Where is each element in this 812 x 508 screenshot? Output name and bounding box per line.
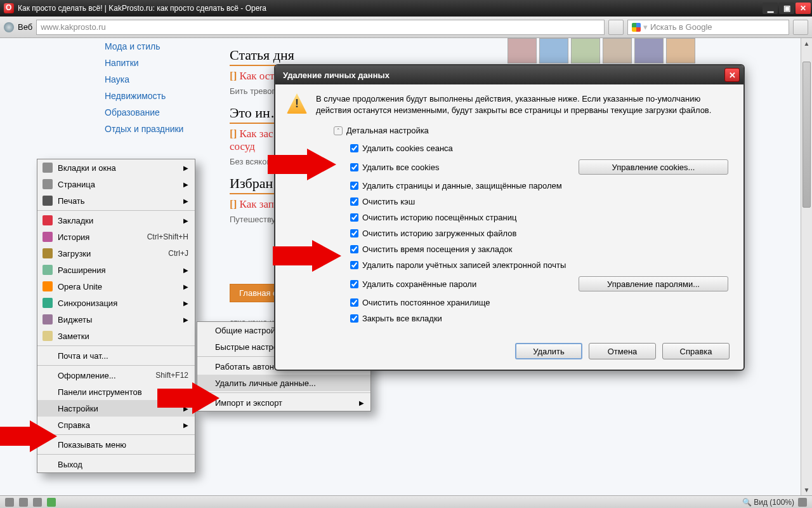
menu-item[interactable]: Показывать меню: [37, 436, 195, 453]
opera-main-menu[interactable]: Вкладки и окна▶Страница▶Печать▶Закладки▶…: [37, 159, 195, 473]
menu-item[interactable]: Почта и чат...: [37, 347, 195, 364]
option-label: Удалить cookies сеанса: [362, 144, 453, 153]
option-checkbox[interactable]: [350, 245, 358, 253]
statusbar-icon[interactable]: [33, 498, 42, 507]
option-label: Удалить пароли учётных записей электронн…: [362, 260, 566, 270]
statusbar-icon[interactable]: [5, 498, 14, 507]
category-link[interactable]: Наука: [98, 71, 225, 88]
option-checkbox[interactable]: [350, 182, 358, 190]
manage-button[interactable]: Управление паролями...: [579, 276, 728, 291]
delete-private-data-dialog: Удаление личных данных ✕ В случае продол…: [274, 64, 745, 371]
maximize-button[interactable]: ▣: [779, 3, 794, 14]
category-link[interactable]: Отдых и праздники: [98, 121, 225, 137]
option-label: Очистить кэш: [362, 197, 415, 206]
window-close-button[interactable]: ✕: [796, 3, 811, 14]
statusbar-icon[interactable]: [19, 498, 28, 507]
category-link[interactable]: Образование: [98, 104, 225, 121]
option-label: Очистить постоянное хранилище: [362, 298, 490, 307]
menu-item[interactable]: Синхронизация▶: [37, 295, 195, 311]
addressbar-dropdown[interactable]: [608, 20, 624, 35]
address-bar: Веб www.kakprosto.ru ▾ Искать в Google: [0, 17, 812, 38]
window-title: Как просто сделать всё! | KakProsto.ru: …: [18, 4, 759, 13]
url-input[interactable]: www.kakprosto.ru: [36, 20, 605, 35]
search-dropdown[interactable]: [793, 20, 808, 35]
dialog-close-button[interactable]: ✕: [724, 68, 740, 82]
dialog-option-row: Удалить cookies сеанса: [291, 140, 728, 156]
option-label: Удалить страницы и данные, защищённые па…: [362, 181, 562, 190]
menu-item[interactable]: Оформление...Shift+F12: [37, 367, 195, 384]
statusbar-icon[interactable]: [798, 498, 807, 507]
option-checkbox[interactable]: [350, 298, 358, 307]
option-label: Удалить сохранённые пароли: [362, 279, 476, 289]
dialog-option-row: Очистить историю посещённых страниц: [291, 210, 728, 225]
menu-item[interactable]: Страница▶: [37, 176, 195, 192]
dialog-titlebar: Удаление личных данных ✕: [275, 65, 743, 84]
window-titlebar: Как просто сделать всё! | KakProsto.ru: …: [0, 0, 812, 17]
delete-button[interactable]: Удалить: [515, 343, 582, 359]
dialog-option-row: Очистить постоянное хранилище: [291, 295, 728, 311]
option-label: Закрыть все вкладки: [362, 314, 442, 323]
chevron-up-icon: ˄: [334, 126, 343, 135]
dialog-option-row: Очистить время посещения у закладок: [291, 241, 728, 257]
option-checkbox[interactable]: [350, 314, 358, 323]
statusbar-icon[interactable]: [47, 498, 56, 507]
scroll-down-icon[interactable]: ▼: [801, 485, 812, 495]
submenu-item[interactable]: Импорт и экспорт▶: [197, 394, 370, 411]
menu-item[interactable]: Справка▶: [37, 417, 195, 433]
help-button[interactable]: Справка: [662, 343, 730, 359]
option-checkbox[interactable]: [350, 229, 358, 237]
category-link[interactable]: Мода и стиль: [98, 38, 225, 55]
option-label: Удалить все cookies: [362, 163, 439, 172]
menu-item[interactable]: Закладки▶: [37, 212, 195, 229]
cancel-button[interactable]: Отмена: [589, 343, 656, 359]
menu-item[interactable]: Заметки: [37, 328, 195, 344]
dialog-option-row: Удалить сохранённые паролиУправление пар…: [291, 273, 728, 295]
menu-item[interactable]: Печать▶: [37, 192, 195, 209]
option-checkbox[interactable]: [350, 280, 358, 288]
warning-icon: [287, 93, 307, 114]
dialog-option-row: Удалить пароли учётных записей электронн…: [291, 257, 728, 273]
option-label: Очистить время посещения у закладок: [362, 244, 512, 254]
address-label: Веб: [18, 22, 32, 32]
menu-item[interactable]: ЗагрузкиCtrl+J: [37, 245, 195, 262]
search-input[interactable]: ▾ Искать в Google: [627, 20, 789, 35]
vertical-scrollbar[interactable]: ▲ ▼: [801, 38, 812, 495]
submenu-item[interactable]: Удалить личные данные...: [197, 375, 370, 391]
option-checkbox[interactable]: [350, 163, 358, 171]
menu-item[interactable]: Панели инструментов▶: [37, 384, 195, 400]
option-checkbox[interactable]: [350, 261, 358, 269]
scroll-up-icon[interactable]: ▲: [801, 38, 812, 49]
minimize-button[interactable]: ▁: [763, 3, 778, 14]
dialog-option-row: Удалить все cookiesУправление cookies...: [291, 156, 728, 178]
menu-item[interactable]: Расширения▶: [37, 262, 195, 278]
dialog-warning-text: В случае продолжения будут выполнены дей…: [316, 93, 732, 116]
status-bar: 🔍 Вид (100%): [0, 495, 812, 508]
menu-item[interactable]: Настройки▶: [37, 400, 195, 417]
opera-icon: [4, 3, 14, 13]
dialog-option-row: Удалить страницы и данные, защищённые па…: [291, 178, 728, 194]
option-label: Очистить историю загруженных файлов: [362, 229, 516, 238]
menu-item[interactable]: Вкладки и окна▶: [37, 159, 195, 176]
dialog-option-row: Закрыть все вкладки: [291, 311, 728, 326]
avatar-strip: [508, 38, 695, 64]
category-link[interactable]: Напитки: [98, 55, 225, 71]
menu-item[interactable]: Выход: [37, 456, 195, 472]
option-checkbox[interactable]: [350, 144, 358, 152]
option-checkbox[interactable]: [350, 197, 358, 206]
section-heading: Статья дня: [230, 47, 509, 64]
option-label: Очистить историю посещённых страниц: [362, 213, 516, 222]
category-link[interactable]: Недвижимость: [98, 88, 225, 104]
menu-item[interactable]: ИсторияCtrl+Shift+H: [37, 229, 195, 245]
google-icon: [632, 23, 641, 32]
option-checkbox[interactable]: [350, 213, 358, 222]
globe-icon: [4, 22, 14, 32]
dialog-option-row: Очистить кэш: [291, 194, 728, 210]
dialog-option-row: Очистить историю загруженных файлов: [291, 225, 728, 241]
dialog-title: Удаление личных данных: [283, 70, 390, 80]
detailed-setup-toggle[interactable]: ˄ Детальная настройка: [291, 122, 728, 140]
scroll-thumb[interactable]: [802, 62, 811, 208]
manage-button[interactable]: Управление cookies...: [579, 159, 728, 175]
menu-item[interactable]: Виджеты▶: [37, 311, 195, 328]
zoom-indicator[interactable]: 🔍 Вид (100%): [742, 498, 794, 507]
menu-item[interactable]: Opera Unite▶: [37, 278, 195, 295]
